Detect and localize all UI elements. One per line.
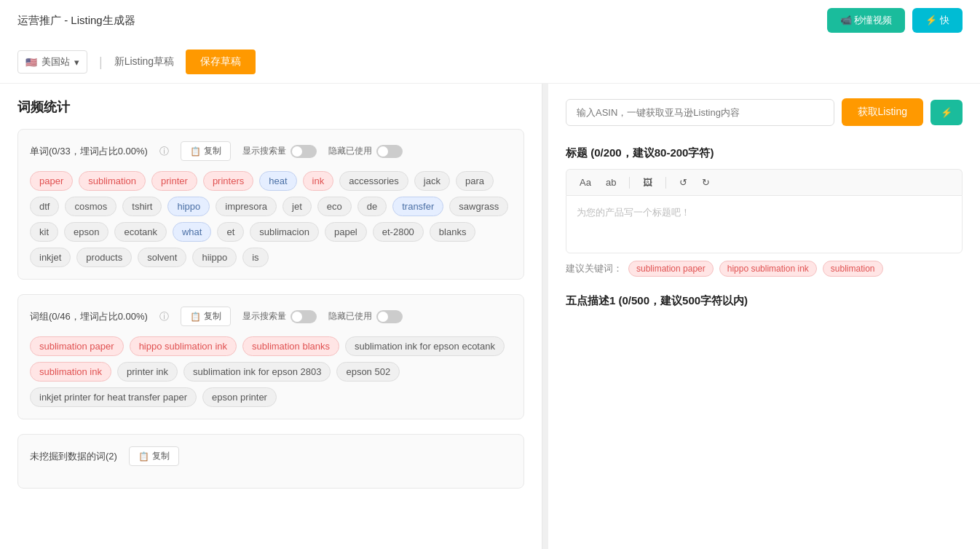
title-section: 标题 (0/200，建议80-200字符) Aa ab 🖼 ↺ ↻ 为您的产品写…: [566, 146, 963, 277]
single-word-tag[interactable]: ink: [303, 171, 334, 191]
single-word-tag[interactable]: kit: [30, 222, 58, 242]
single-word-tag[interactable]: products: [76, 248, 132, 267]
info-icon: ⓘ: [159, 145, 169, 158]
keyword-tag-2[interactable]: hippo sublimation ink: [719, 261, 817, 277]
single-word-tag[interactable]: what: [173, 222, 211, 242]
toolbar-aa[interactable]: Aa: [575, 175, 596, 189]
single-word-tag[interactable]: printer: [151, 171, 197, 191]
five-point-label: 五点描述1 (0/500，建议500字符以内): [566, 294, 963, 308]
keyword-tag-3[interactable]: sublimation: [823, 261, 883, 277]
single-word-tag[interactable]: papel: [325, 222, 367, 242]
chevron-down-icon: ▾: [74, 57, 79, 68]
header-buttons: 📹 秒懂视频 ⚡ 快: [827, 8, 963, 33]
single-word-label: 单词(0/33，埋词占比0.00%): [30, 145, 148, 158]
single-word-tag[interactable]: solvent: [138, 248, 186, 267]
get-listing-button[interactable]: 获取Listing: [842, 98, 923, 126]
draft-title: 新Listing草稿: [114, 55, 174, 68]
single-word-tag[interactable]: jack: [414, 171, 450, 191]
single-word-tag[interactable]: epson: [64, 222, 108, 242]
toolbar-separator-2: [665, 177, 666, 189]
toolbar-undo[interactable]: ↺: [675, 175, 692, 189]
single-word-tag[interactable]: para: [456, 171, 494, 191]
video-button[interactable]: 📹 秒懂视频: [827, 8, 906, 33]
single-word-tag[interactable]: paper: [30, 171, 73, 191]
single-word-tag[interactable]: eco: [317, 197, 352, 216]
phrases-hide-used-toggle-group: 隐藏已使用: [328, 310, 403, 323]
phrase-tag[interactable]: sublimation ink: [30, 362, 111, 382]
site-name: 美国站: [42, 55, 70, 68]
single-word-tag[interactable]: heat: [259, 171, 296, 191]
single-word-tag[interactable]: et-2800: [373, 222, 424, 242]
separator: |: [99, 55, 103, 70]
toolbar-image[interactable]: 🖼: [639, 175, 657, 189]
asin-row: 获取Listing ⚡: [566, 98, 963, 126]
single-word-tag[interactable]: jet: [282, 197, 312, 216]
single-word-tag[interactable]: sawgrass: [449, 197, 508, 216]
single-word-tag[interactable]: impresora: [216, 197, 277, 216]
single-word-tag[interactable]: printers: [203, 171, 253, 191]
phrase-tag[interactable]: epson 502: [336, 362, 400, 382]
toolbar-ab[interactable]: ab: [601, 175, 620, 189]
single-word-tag[interactable]: blanks: [430, 222, 476, 242]
show-search-toggle[interactable]: [291, 145, 317, 158]
single-word-tag[interactable]: accessories: [339, 171, 408, 191]
single-word-tag[interactable]: sublimation: [79, 171, 146, 191]
single-word-tag[interactable]: cosmos: [65, 197, 116, 216]
subheader: 🇺🇸 美国站 ▾ | 新Listing草稿 保存草稿: [0, 41, 980, 84]
single-word-tag[interactable]: transfer: [392, 197, 443, 216]
phrases-block: 词组(0/46，埋词占比0.00%) ⓘ 📋 复制 显示搜索量 隐藏已使用 su…: [17, 294, 524, 419]
single-word-tag[interactable]: sublimacion: [250, 222, 319, 242]
single-word-tag[interactable]: tshirt: [122, 197, 162, 216]
copy-icon: 📋: [190, 146, 201, 157]
single-word-tag[interactable]: de: [357, 197, 387, 216]
header: 运营推广 - Listing生成器 📹 秒懂视频 ⚡ 快: [0, 0, 980, 41]
phrase-tag[interactable]: sublimation ink for epson ecotank: [345, 336, 505, 356]
phrases-show-search-toggle[interactable]: [291, 310, 317, 323]
phrases-header: 词组(0/46，埋词占比0.00%) ⓘ 📋 复制 显示搜索量 隐藏已使用: [30, 307, 512, 326]
show-search-toggle-group: 显示搜索量: [242, 145, 317, 158]
hide-used-toggle[interactable]: [376, 145, 403, 158]
title-editor[interactable]: 为您的产品写一个标题吧！: [566, 195, 963, 253]
asin-input[interactable]: [566, 99, 834, 126]
phrase-tag[interactable]: inkjet printer for heat transfer paper: [30, 387, 197, 407]
main-layout: 词频统计 单词(0/33，埋词占比0.00%) ⓘ 📋 复制 显示搜索量 隐藏已…: [0, 84, 980, 549]
extra-action-button[interactable]: ⚡: [930, 100, 963, 125]
phrases-show-search-toggle-group: 显示搜索量: [242, 310, 317, 323]
single-word-tag[interactable]: hiippo: [192, 248, 237, 267]
title-placeholder: 为您的产品写一个标题吧！: [577, 207, 690, 218]
five-point-section: 五点描述1 (0/500，建议500字符以内): [566, 294, 963, 308]
toolbar-separator-1: [629, 177, 630, 189]
quick-button[interactable]: ⚡ 快: [912, 8, 963, 33]
phrases-info-icon: ⓘ: [159, 310, 169, 323]
phrase-tag[interactable]: hippo sublimation ink: [130, 336, 237, 356]
phrases-copy-button[interactable]: 📋 复制: [181, 307, 231, 326]
copy-icon-unmined: 📋: [138, 451, 149, 462]
single-word-tag[interactable]: ecotank: [114, 222, 167, 242]
hide-used-toggle-group: 隐藏已使用: [328, 145, 403, 158]
site-flag: 🇺🇸: [25, 57, 37, 68]
single-word-header: 单词(0/33，埋词占比0.00%) ⓘ 📋 复制 显示搜索量 隐藏已使用: [30, 141, 512, 161]
phrases-hide-used-toggle[interactable]: [376, 310, 403, 323]
vertical-divider: [542, 84, 548, 549]
phrase-tag[interactable]: epson printer: [202, 387, 277, 407]
phrase-tag[interactable]: sublimation blanks: [242, 336, 339, 356]
keywords-label: 建议关键词：: [566, 262, 623, 275]
save-draft-button[interactable]: 保存草稿: [186, 50, 256, 74]
title-field-label: 标题 (0/200，建议80-200字符): [566, 146, 963, 160]
single-word-tag[interactable]: hippo: [167, 197, 210, 216]
keyword-tag-1[interactable]: sublimation paper: [628, 261, 714, 277]
single-word-tag[interactable]: et: [217, 222, 244, 242]
phrase-tag[interactable]: printer ink: [117, 362, 178, 382]
phrases-label: 词组(0/46，埋词占比0.00%): [30, 310, 148, 323]
keywords-row: 建议关键词： sublimation paper hippo sublimati…: [566, 261, 963, 277]
unmined-copy-button[interactable]: 📋 复制: [129, 446, 179, 466]
single-word-tag[interactable]: dtf: [30, 197, 59, 216]
phrase-tag[interactable]: sublimation ink for epson 2803: [183, 362, 331, 382]
single-word-tag[interactable]: inkjet: [30, 248, 71, 267]
toolbar-redo[interactable]: ↻: [698, 175, 714, 189]
editor-toolbar: Aa ab 🖼 ↺ ↻: [566, 169, 963, 195]
phrase-tag[interactable]: sublimation paper: [30, 336, 124, 356]
site-selector[interactable]: 🇺🇸 美国站 ▾: [17, 50, 87, 74]
single-word-copy-button[interactable]: 📋 复制: [181, 141, 231, 161]
single-word-tag[interactable]: is: [242, 248, 268, 267]
